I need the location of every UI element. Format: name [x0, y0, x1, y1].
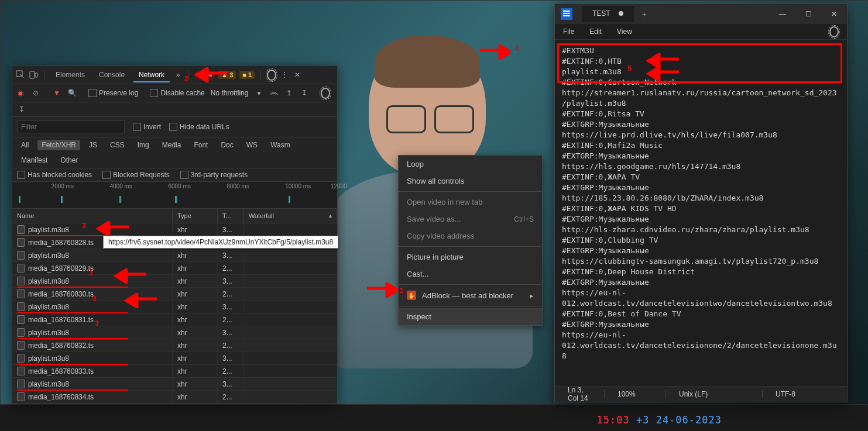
table-row[interactable]: playlist.m3u8xhr3... [12, 275, 337, 288]
ctx-show-all-controls[interactable]: Show all controls [399, 173, 542, 189]
inspect-icon[interactable] [16, 70, 25, 80]
export-icon[interactable]: ↧ [300, 88, 309, 98]
blocked-requests-checkbox[interactable]: Blocked Requests [102, 171, 170, 179]
table-row[interactable]: playlist.m3u8xhr3... [12, 249, 337, 262]
tab-elements[interactable]: Elements [50, 68, 90, 81]
ctx-open-video-in-new-tab[interactable]: Open video in new tab [399, 194, 542, 211]
has-blocked-cookies-checkbox[interactable]: Has blocked cookies [17, 171, 92, 179]
settings2-icon[interactable] [321, 88, 330, 98]
close-window-button[interactable]: ✕ [821, 5, 847, 23]
hide-data-urls-checkbox[interactable]: Hide data URLs [169, 123, 229, 131]
import-icon[interactable]: ↥ [284, 88, 294, 98]
new-tab-button[interactable]: ＋ [640, 9, 649, 19]
record-icon[interactable]: ◉ [16, 88, 25, 98]
ctx-loop[interactable]: Loop [399, 156, 542, 173]
device-icon[interactable] [29, 70, 38, 80]
editor-line: https://clubbingtv-samsunguk.amagi.tv/pl… [562, 256, 840, 267]
close-devtools-icon[interactable]: ✕ [293, 70, 302, 80]
table-row[interactable]: playlist.m3u8xhr3... [12, 352, 337, 365]
file-icon [17, 328, 25, 337]
filter-input[interactable] [17, 120, 125, 133]
table-row[interactable]: playlist.m3u8xhr3... [12, 223, 337, 236]
settings-icon[interactable] [267, 70, 276, 80]
th-time[interactable]: T... [218, 209, 244, 223]
filter-manifest[interactable]: Manifest [17, 155, 52, 165]
status-eol: Unix (LF) [665, 390, 762, 398]
titlebar[interactable]: TEST ＋ — ☐ ✕ [555, 4, 847, 24]
table-row[interactable]: media_168760834.tsxhr2... [12, 391, 337, 404]
editor-settings-icon[interactable] [829, 27, 839, 36]
ctx-inspect[interactable]: Inspect [399, 308, 542, 325]
tab-console[interactable]: Console [94, 68, 130, 81]
filter-fetchxhr[interactable]: Fetch/XHR [37, 140, 80, 150]
table-row[interactable]: media_168760830.tsxhr2... [12, 288, 337, 301]
filter-icon[interactable]: ▼ [52, 88, 61, 98]
editor-line: #EXTINF:0,Best of Dance TV [562, 309, 840, 319]
file-icon [17, 251, 25, 260]
ctx-adblock-best-ad-blocker[interactable]: ✋AdBlock — best ad blocker▸ [399, 287, 542, 304]
invert-checkbox[interactable]: Invert [133, 123, 161, 131]
disable-cache-checkbox[interactable]: Disable cache [150, 89, 204, 97]
arrow-5b [644, 66, 679, 81]
timeline[interactable]: 2000 ms4000 ms6000 ms8000 ms10000 ms1200… [12, 182, 337, 209]
editor-window: TEST ＋ — ☐ ✕ File Edit View #EXTM3U#EXTI… [554, 4, 848, 402]
editor-line: #EXTGRP:Музыкальные [562, 151, 840, 161]
editor-line: http://streamer1.ruslanatv.ru/russia/car… [562, 88, 840, 109]
editor-line: #EXTINF:0,ЖАРА TV [562, 172, 840, 182]
url-tooltip: https://frv6.sysnet.top/video/4PcNiaXUz9… [103, 236, 338, 249]
filter-img[interactable]: Img [133, 140, 153, 150]
info-badge[interactable]: ■ 1 [239, 71, 255, 79]
editor-body[interactable]: #EXTM3U#EXTINF:0,HTBplaylist.m3u8#EXTINF… [555, 40, 847, 386]
editor-line: #EXTGRP:Музыкальные [562, 119, 840, 130]
table-row[interactable]: playlist.m3u8xhr3... [12, 326, 337, 339]
table-row[interactable]: media_168760832.tsxhr2... [12, 339, 337, 352]
filter-ws[interactable]: WS [242, 140, 262, 150]
editor-line: playlist.m3u8 [562, 67, 840, 77]
table-row[interactable]: playlist.m3u8xhr3... [12, 378, 337, 391]
clear-icon[interactable]: ⊘ [31, 88, 40, 98]
document-tab[interactable]: TEST [582, 6, 634, 22]
editor-line: #EXTINF:0,Ritsa TV [562, 109, 840, 119]
table-row[interactable]: media_168760833.tsxhr2... [12, 365, 337, 378]
menu-edit[interactable]: Edit [589, 27, 602, 36]
third-party-checkbox[interactable]: 3rd-party requests [180, 171, 248, 179]
filter-all[interactable]: All [17, 140, 33, 150]
menu-file[interactable]: File [563, 27, 574, 36]
ctx-copy-video-address[interactable]: Copy video address [399, 227, 542, 244]
filter-font[interactable]: Font [190, 140, 212, 150]
more-tabs-icon[interactable]: » [173, 70, 183, 80]
download-icon[interactable]: ↧ [17, 105, 26, 114]
th-name[interactable]: Name [12, 209, 173, 223]
filter-js[interactable]: JS [85, 140, 101, 150]
file-icon [17, 238, 25, 247]
filter-css[interactable]: CSS [106, 140, 129, 150]
kebab-icon[interactable]: ⋮ [280, 70, 289, 80]
th-waterfall[interactable]: Waterfall▲ [244, 209, 337, 223]
ctx-save-video-as-[interactable]: Save video as...Ctrl+S [399, 211, 542, 227]
file-icon [17, 315, 25, 324]
search-icon[interactable]: 🔍 [67, 88, 77, 98]
th-type[interactable]: Type [173, 209, 218, 223]
ctx-cast-[interactable]: Cast... [399, 266, 542, 282]
minimize-button[interactable]: — [770, 5, 795, 23]
table-row[interactable]: media_168760831.tsxhr2... [12, 313, 337, 326]
filter-doc[interactable]: Doc [217, 140, 237, 150]
filter-media[interactable]: Media [158, 140, 186, 150]
tab-network[interactable]: Network [133, 68, 170, 82]
table-row[interactable]: playlist.m3u8xhr3... [12, 301, 337, 313]
tab-modified-dot [619, 11, 623, 16]
editor-line: https://live.prd.dlive.tv/hls/live/fila0… [562, 130, 840, 140]
file-icon [17, 367, 25, 375]
throttle-select[interactable]: No throttling [211, 89, 249, 97]
chevron-down-icon[interactable]: ▼ [254, 88, 263, 98]
status-pos: Ln 3, Col 14 [555, 386, 604, 402]
maximize-button[interactable]: ☐ [795, 5, 821, 23]
annotation-3-d: 3 [95, 319, 99, 327]
table-row[interactable]: media_168760829.tsxhr2... [12, 262, 337, 275]
filter-other[interactable]: Other [56, 155, 82, 165]
menu-view[interactable]: View [617, 27, 632, 36]
ctx-picture-in-picture[interactable]: Picture in picture [399, 249, 542, 266]
preserve-log-checkbox[interactable]: Preserve log [88, 89, 138, 97]
network-conditions-icon[interactable] [269, 88, 279, 98]
filter-wasm[interactable]: Wasm [266, 140, 294, 150]
